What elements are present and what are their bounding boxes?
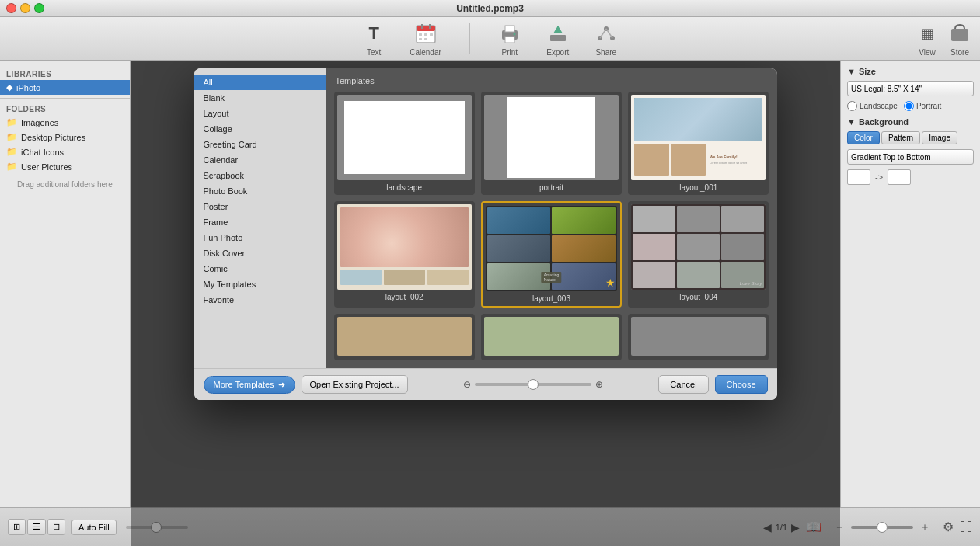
export-icon: [546, 21, 570, 46]
modal-sidebar-item-diskcover[interactable]: Disk Cover: [194, 245, 326, 261]
zoom-plus-icon[interactable]: ＋: [919, 520, 930, 534]
imagenes-label: Imágenes: [21, 118, 58, 127]
template-layout004[interactable]: Love Story layout_004: [628, 201, 769, 308]
modal-sidebar-item-collage[interactable]: Collage: [194, 121, 326, 137]
modal-sidebar-item-mytemplates[interactable]: My Templates: [194, 276, 326, 292]
more-templates-button[interactable]: More Templates ➜: [204, 376, 295, 394]
size-section-header[interactable]: ▼ Size: [847, 67, 974, 76]
main-layout: LIBRARIES ◆ iPhoto FOLDERS 📁 Imágenes 📁 …: [0, 61, 980, 546]
minimize-button[interactable]: [20, 3, 30, 13]
toolbar-store[interactable]: Store: [947, 21, 972, 57]
size-collapse-icon: ▼: [847, 67, 856, 76]
modal-sidebar-item-all[interactable]: All: [194, 75, 326, 90]
color-from-picker[interactable]: [847, 169, 870, 185]
size-select[interactable]: US Legal: 8.5" X 14": [847, 81, 974, 96]
toolbar-share[interactable]: Share: [594, 21, 619, 57]
modal-sidebar-item-calendar[interactable]: Calendar: [194, 152, 326, 168]
modal-sidebar-item-scrapbook[interactable]: Scrapbook: [194, 168, 326, 183]
template-thumb-layout003: AmazingNature: [486, 206, 617, 291]
gradient-select[interactable]: Gradient Top to Bottom: [847, 149, 974, 165]
window-title: Untitled.pcmp3: [456, 3, 524, 14]
color-to-picker[interactable]: [888, 169, 911, 185]
toolbar-print[interactable]: Print: [497, 21, 522, 57]
bg-buttons-row: Color Pattern Image: [847, 131, 974, 144]
modal-sidebar-item-greeting[interactable]: Greeting Card: [194, 137, 326, 152]
more-templates-label: More Templates: [214, 380, 274, 389]
bg-pattern-button[interactable]: Pattern: [881, 131, 920, 144]
modal-sidebar-item-poster[interactable]: Poster: [194, 199, 326, 214]
zoom-slider[interactable]: [475, 383, 591, 386]
modal-sidebar-item-frame[interactable]: Frame: [194, 214, 326, 230]
modal-sidebar-item-blank[interactable]: Blank: [194, 90, 326, 106]
sidebar-item-desktop[interactable]: 📁 Desktop Pictures: [0, 130, 130, 144]
l001-small2: [671, 144, 706, 176]
portrait-radio[interactable]: Portrait: [904, 101, 941, 111]
template-partial3[interactable]: [628, 314, 769, 360]
autofill-button[interactable]: Auto Fill: [71, 520, 117, 535]
landscape-radio[interactable]: Landscape: [847, 101, 898, 111]
sidebar-item-iphoto[interactable]: ◆ iPhoto: [0, 80, 130, 95]
template-grid: landscape portrait: [334, 92, 769, 308]
cancel-button[interactable]: Cancel: [658, 375, 708, 394]
template-label-layout002: layout_002: [385, 293, 424, 301]
template-portrait[interactable]: portrait: [481, 92, 622, 195]
modal-sidebar-item-favorite[interactable]: Favorite: [194, 292, 326, 308]
modal-sidebar-item-comic[interactable]: Comic: [194, 261, 326, 276]
store-label: Store: [950, 48, 969, 57]
sidebar-item-userpics[interactable]: 📁 User Pictures: [0, 159, 130, 174]
l004-c2: [677, 206, 720, 232]
choose-button[interactable]: Choose: [715, 375, 768, 394]
template-layout002[interactable]: layout_002: [334, 201, 475, 308]
close-button[interactable]: [6, 3, 16, 13]
window-controls[interactable]: [6, 3, 44, 13]
layout004-preview: Love Story: [631, 204, 766, 290]
toolbar-export[interactable]: Export: [546, 21, 570, 57]
maximize-button[interactable]: [34, 3, 44, 13]
template-landscape[interactable]: landscape: [334, 92, 475, 195]
template-label-layout001: layout_001: [679, 183, 717, 192]
view-icon: ▦: [915, 21, 940, 46]
portrait-preview: [507, 97, 595, 179]
view-detail-button[interactable]: ⊟: [47, 519, 65, 535]
l002-strip2: [384, 270, 425, 285]
choose-label: Choose: [727, 380, 756, 389]
toolbar-view[interactable]: ▦ View: [915, 21, 940, 57]
template-partial1[interactable]: [334, 314, 475, 360]
modal-sidebar-item-photobook[interactable]: Photo Book: [194, 183, 326, 199]
main-zoom-slider[interactable]: [851, 526, 913, 529]
sidebar-item-imagenes[interactable]: 📁 Imágenes: [0, 115, 130, 130]
view-list-button[interactable]: ☰: [27, 519, 46, 535]
toolbar-text[interactable]: T Text: [361, 21, 386, 57]
svg-rect-7: [419, 38, 422, 40]
zoom-thumb[interactable]: [528, 379, 539, 390]
view-grid-button[interactable]: ⊞: [8, 519, 26, 535]
sidebar-item-ichat[interactable]: 📁 iChat Icons: [0, 144, 130, 159]
toolbar-calendar[interactable]: Calendar: [410, 21, 441, 57]
ichat-label: iChat Icons: [21, 148, 64, 157]
settings-icon[interactable]: ⚙: [943, 520, 954, 534]
template-layout003[interactable]: AmazingNature layout_003 ★: [481, 201, 622, 308]
fullscreen-icon[interactable]: ⛶: [960, 520, 972, 534]
modal-sidebar-item-funphoto[interactable]: Fun Photo: [194, 230, 326, 245]
svg-rect-6: [430, 33, 433, 36]
zoom-in-icon[interactable]: ⊕: [595, 379, 603, 390]
template-partial2[interactable]: [481, 314, 622, 360]
open-existing-project-button[interactable]: Open Existing Project...: [302, 375, 408, 394]
l001-header: [634, 98, 762, 141]
zoom-out-icon[interactable]: ⊖: [463, 379, 471, 390]
background-collapse-icon: ▼: [847, 117, 856, 127]
portrait-radio-input[interactable]: [904, 101, 914, 111]
main-zoom-thumb[interactable]: [877, 522, 888, 533]
modal-footer: More Templates ➜ Open Existing Project..…: [194, 368, 777, 400]
l003-cell1: [487, 207, 551, 234]
modal-overlay: All Blank Layout Collage Greeting Card C…: [131, 61, 840, 546]
modal-sidebar-item-layout[interactable]: Layout: [194, 106, 326, 121]
background-section-header[interactable]: ▼ Background: [847, 117, 974, 127]
layout002-preview: [337, 204, 472, 290]
template-modal: All Blank Layout Collage Greeting Card C…: [194, 68, 777, 400]
landscape-radio-input[interactable]: [847, 101, 857, 111]
bg-image-button[interactable]: Image: [922, 131, 957, 144]
folder-icon: 📁: [6, 132, 17, 142]
template-layout001[interactable]: We Are Family! Lorem ipsum dolor sit ame…: [628, 92, 769, 195]
bg-color-button[interactable]: Color: [847, 131, 880, 144]
